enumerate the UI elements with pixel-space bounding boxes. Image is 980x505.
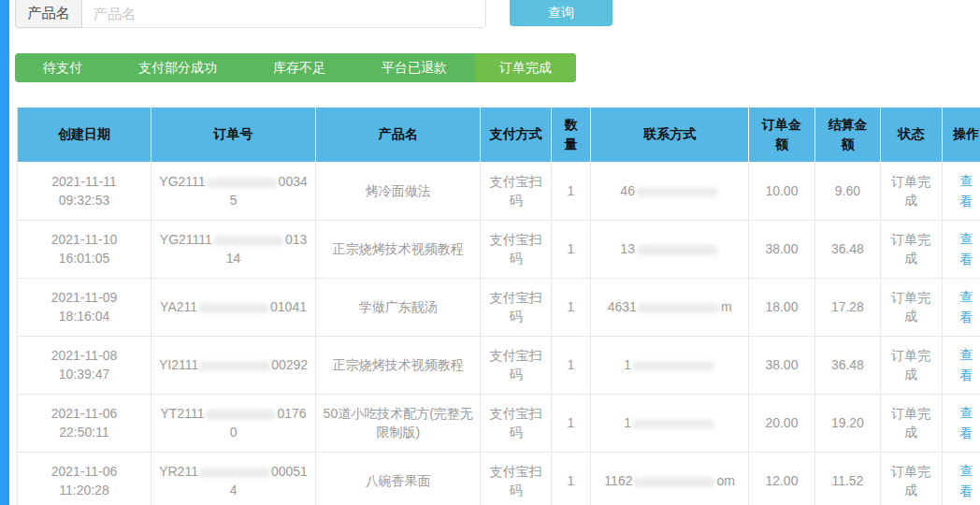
cell-settle-amount: 17.28 — [814, 278, 880, 336]
col-header-status: 状态 — [881, 108, 942, 162]
cell-created-date: 2021-11-0622:50:11 — [18, 394, 151, 452]
cell-order-no: YG2111101314 — [151, 220, 315, 278]
cell-contact: 1 — [591, 336, 749, 394]
cell-status: 订单完成 — [881, 394, 942, 452]
table-row: 2021-11-1016:01:05 YG2111101314 正宗烧烤技术视频… — [18, 220, 980, 278]
redacted-order-segment — [207, 178, 278, 188]
cell-created-date: 2021-11-0611:20:28 — [18, 452, 151, 505]
cell-created-date: 2021-11-0810:39:47 — [18, 336, 151, 394]
cell-order-amount: 10.00 — [749, 162, 814, 220]
cell-order-no: YG211100345 — [151, 162, 315, 220]
col-header-product-name: 产品名 — [316, 108, 481, 162]
orders-table: 创建日期 订单号 产品名 支付方式 数量 联系方式 订单金额 结算金额 状态 操… — [17, 108, 980, 505]
col-header-created-date: 创建日期 — [18, 108, 151, 162]
cell-contact: 13 — [591, 220, 749, 278]
redacted-order-segment — [199, 361, 270, 371]
cell-operation: 查看 — [942, 336, 980, 394]
tab-partial-payment-success[interactable]: 支付部分成功 — [110, 53, 245, 82]
cell-created-date: 2021-11-0918:16:04 — [18, 278, 151, 336]
query-button[interactable]: 查询 — [510, 0, 612, 26]
redacted-contact-segment — [632, 419, 714, 429]
redacted-contact-segment — [638, 303, 720, 313]
view-link[interactable]: 查看 — [958, 460, 973, 502]
cell-quantity: 1 — [551, 452, 590, 505]
cell-payment-method: 支付宝扫码 — [481, 336, 552, 394]
cell-order-amount: 38.00 — [749, 220, 814, 278]
table-header-row: 创建日期 订单号 产品名 支付方式 数量 联系方式 订单金额 结算金额 状态 操… — [18, 108, 980, 162]
cell-payment-method: 支付宝扫码 — [481, 278, 552, 336]
tab-out-of-stock[interactable]: 库存不足 — [245, 53, 353, 82]
view-link[interactable]: 查看 — [958, 286, 973, 328]
cell-payment-method: 支付宝扫码 — [481, 452, 552, 505]
product-name-input[interactable] — [82, 0, 486, 28]
col-header-operation: 操作 — [942, 108, 980, 162]
cell-contact: 4631m — [591, 278, 749, 336]
cell-created-date: 2021-11-1109:32:53 — [18, 162, 151, 220]
col-header-order-amount: 订单金额 — [749, 108, 814, 162]
cell-settle-amount: 36.48 — [814, 336, 880, 394]
orders-table-container: 创建日期 订单号 产品名 支付方式 数量 联系方式 订单金额 结算金额 状态 操… — [17, 108, 980, 505]
cell-quantity: 1 — [551, 278, 590, 336]
col-header-order-no: 订单号 — [151, 108, 315, 162]
col-header-quantity: 数量 — [551, 108, 590, 162]
cell-order-no: YT211101760 — [151, 394, 315, 452]
cell-quantity: 1 — [551, 162, 590, 220]
cell-payment-method: 支付宝扫码 — [481, 394, 552, 452]
view-link[interactable]: 查看 — [958, 170, 973, 212]
table-row: 2021-11-0918:16:04 YA21101041 学做广东靓汤 支付宝… — [18, 278, 980, 336]
cell-operation: 查看 — [942, 452, 980, 505]
redacted-contact-segment — [633, 477, 715, 487]
tab-platform-refunded[interactable]: 平台已退款 — [353, 53, 475, 82]
redacted-contact-segment — [632, 361, 714, 371]
order-admin-page: 产品名 查询 待支付 支付部分成功 库存不足 平台已退款 订单完成 创建日期 订… — [9, 0, 980, 505]
cell-product-name: 50道小吃技术配方(完整无限制版) — [316, 394, 481, 452]
redacted-order-segment — [199, 468, 270, 478]
table-row: 2021-11-0622:50:11 YT211101760 50道小吃技术配方… — [18, 394, 980, 452]
cell-product-name: 学做广东靓汤 — [316, 278, 481, 336]
cell-operation: 查看 — [942, 278, 980, 336]
search-form: 产品名 查询 — [9, 0, 980, 28]
cell-order-no: YR211000514 — [151, 452, 315, 505]
cell-order-no: YI211100292 — [151, 336, 315, 394]
redacted-order-segment — [205, 410, 276, 420]
tab-pending-payment[interactable]: 待支付 — [15, 53, 110, 82]
redacted-order-segment — [213, 236, 284, 246]
redacted-contact-segment — [636, 187, 718, 197]
product-name-label: 产品名 — [15, 0, 82, 28]
cell-settle-amount: 36.48 — [814, 220, 880, 278]
redacted-order-segment — [198, 303, 269, 313]
cell-status: 订单完成 — [881, 336, 942, 394]
cell-status: 订单完成 — [881, 452, 942, 505]
view-link[interactable]: 查看 — [958, 228, 973, 270]
cell-status: 订单完成 — [881, 220, 942, 278]
cell-product-name: 八碗香果面 — [316, 452, 481, 505]
cell-status: 订单完成 — [881, 162, 942, 220]
cell-contact: 1162om — [591, 452, 749, 505]
cell-settle-amount: 11.52 — [814, 452, 880, 505]
cell-product-name: 正宗烧烤技术视频教程 — [316, 336, 481, 394]
cell-product-name: 烤冷面做法 — [316, 162, 481, 220]
cell-order-amount: 38.00 — [749, 336, 814, 394]
cell-settle-amount: 19.20 — [814, 394, 880, 452]
cell-contact: 1 — [591, 394, 749, 452]
cell-created-date: 2021-11-1016:01:05 — [18, 220, 151, 278]
cell-status: 订单完成 — [881, 278, 942, 336]
cell-payment-method: 支付宝扫码 — [481, 220, 552, 278]
view-link[interactable]: 查看 — [958, 402, 973, 444]
view-link[interactable]: 查看 — [958, 344, 973, 386]
cell-order-amount: 12.00 — [749, 452, 814, 505]
cell-quantity: 1 — [551, 336, 590, 394]
cell-operation: 查看 — [942, 394, 980, 452]
cell-order-amount: 18.00 — [749, 278, 814, 336]
col-header-contact: 联系方式 — [591, 108, 749, 162]
tab-order-complete[interactable]: 订单完成 — [475, 53, 576, 82]
cell-order-no: YA21101041 — [151, 278, 315, 336]
cell-payment-method: 支付宝扫码 — [481, 162, 552, 220]
cell-contact: 46 — [591, 162, 749, 220]
cell-quantity: 1 — [551, 394, 590, 452]
table-row: 2021-11-0810:39:47 YI211100292 正宗烧烤技术视频教… — [18, 336, 980, 394]
cell-quantity: 1 — [551, 220, 590, 278]
cell-operation: 查看 — [942, 162, 980, 220]
col-header-settle-amount: 结算金额 — [814, 108, 880, 162]
cell-order-amount: 20.00 — [749, 394, 814, 452]
